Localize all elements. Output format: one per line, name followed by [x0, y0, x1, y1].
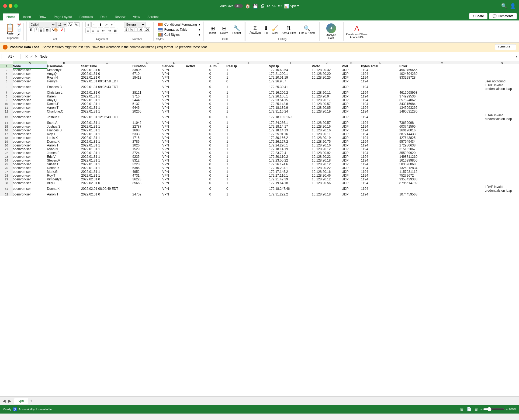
- row-number-16[interactable]: 16: [0, 128, 13, 132]
- cell-B29[interactable]: Kimberly.B: [47, 177, 81, 181]
- cell-M3[interactable]: 1024704230: [399, 72, 485, 76]
- cell-I1[interactable]: Vpn Ip: [269, 64, 312, 68]
- cell-G26[interactable]: 0: [209, 166, 226, 170]
- row-number-6[interactable]: 6: [0, 83, 13, 91]
- cell-A22[interactable]: openvpn-ser: [13, 151, 47, 155]
- cell-F20[interactable]: [186, 144, 209, 147]
- cell-M21[interactable]: 315162067: [399, 147, 485, 151]
- cell-N7[interactable]: [485, 91, 519, 94]
- profile-icon[interactable]: 👤: [510, 3, 516, 9]
- col-header-L[interactable]: L: [361, 61, 399, 64]
- cell-F6[interactable]: [186, 83, 209, 91]
- cell-E10[interactable]: VPN: [162, 102, 186, 106]
- cell-A18[interactable]: openvpn-ser: [13, 136, 47, 140]
- col-header-A[interactable]: A: [13, 61, 47, 64]
- cell-M6[interactable]: [399, 83, 485, 91]
- cell-A6[interactable]: openvpn-ser: [13, 83, 47, 91]
- cell-L31[interactable]: 1194: [361, 185, 399, 192]
- cell-D21[interactable]: 1529: [132, 147, 162, 151]
- cell-A11[interactable]: openvpn-ser: [13, 106, 47, 110]
- cell-M27[interactable]: 1157931112: [399, 170, 485, 174]
- row-number-14[interactable]: 14: [0, 121, 13, 125]
- cell-H22[interactable]: 1: [226, 151, 269, 155]
- row-number-9[interactable]: 9: [0, 98, 13, 102]
- function-icon[interactable]: fx: [35, 54, 37, 58]
- number-format-select[interactable]: General: [124, 22, 146, 27]
- cell-C8[interactable]: 2022.01.31 1: [81, 94, 132, 98]
- cell-A32[interactable]: openvpn-ser: [13, 192, 47, 196]
- cell-M24[interactable]: 1616999856: [399, 159, 485, 162]
- align-middle-button[interactable]: ↔: [91, 22, 97, 27]
- cell-B32[interactable]: Aaron.T: [47, 192, 81, 196]
- cell-C5[interactable]: 2022.01.31 09:01:58 EDT: [81, 79, 132, 83]
- cell-G32[interactable]: 0: [209, 192, 226, 196]
- add-sheet-button[interactable]: +: [29, 398, 33, 403]
- cell-J22[interactable]: 10.128.20.92: [312, 151, 342, 155]
- cell-M5[interactable]: [399, 79, 485, 83]
- cell-H10[interactable]: 1: [226, 102, 269, 106]
- cell-A26[interactable]: openvpn-ser: [13, 166, 47, 170]
- cell-L29[interactable]: 1194: [361, 177, 399, 181]
- cell-F32[interactable]: [186, 192, 209, 196]
- cell-C15[interactable]: 2022.01.31 1: [81, 125, 132, 128]
- cell-K15[interactable]: UDP: [342, 125, 361, 128]
- cell-I7[interactable]: 172.16.206.2: [269, 91, 312, 94]
- window-controls[interactable]: [3, 4, 18, 8]
- cell-N2[interactable]: [485, 68, 519, 72]
- cell-D24[interactable]: 8312: [132, 159, 162, 162]
- cell-H26[interactable]: 1: [226, 166, 269, 170]
- cell-A17[interactable]: openvpn-ser: [13, 132, 47, 136]
- close-button[interactable]: [3, 4, 7, 8]
- cell-K25[interactable]: UDP: [342, 162, 361, 166]
- cell-N25[interactable]: [485, 162, 519, 166]
- cell-A21[interactable]: openvpn-ser: [13, 147, 47, 151]
- cell-K28[interactable]: UDP: [342, 174, 361, 177]
- col-header-C[interactable]: C: [81, 61, 132, 64]
- cell-H29[interactable]: 1: [226, 177, 269, 181]
- cell-E4[interactable]: VPN: [162, 76, 186, 79]
- cell-H20[interactable]: 1: [226, 144, 269, 147]
- row-number-24[interactable]: 24: [0, 159, 13, 162]
- cell-I24[interactable]: 172.23.55.22: [269, 159, 312, 162]
- cell-M8[interactable]: 374929536: [399, 94, 485, 98]
- cell-D5[interactable]: [132, 79, 162, 83]
- cell-D20[interactable]: 1026: [132, 144, 162, 147]
- increase-font-button[interactable]: A↑: [68, 22, 73, 27]
- cell-M17[interactable]: 387714433: [399, 132, 485, 136]
- cell-H7[interactable]: 1: [226, 91, 269, 94]
- cell-I20[interactable]: 172.24.220.1: [269, 144, 312, 147]
- cell-I4[interactable]: 172.20.51.19: [269, 76, 312, 79]
- cell-A5[interactable]: openvpn-ser: [13, 79, 47, 83]
- cell-H2[interactable]: 1: [226, 68, 269, 72]
- cell-K6[interactable]: UDP: [342, 83, 361, 91]
- save-as-button[interactable]: Save As...: [495, 44, 516, 50]
- cell-D23[interactable]: 9235: [132, 155, 162, 159]
- cell-I10[interactable]: 172.25.143.8: [269, 102, 312, 106]
- cell-I21[interactable]: 172.18.14.19: [269, 147, 312, 151]
- cell-F29[interactable]: [186, 177, 209, 181]
- cell-M26[interactable]: 1326812834: [399, 166, 485, 170]
- cell-A19[interactable]: openvpn-ser: [13, 140, 47, 144]
- cell-K17[interactable]: UDP: [342, 132, 361, 136]
- cell-L30[interactable]: 1194: [361, 181, 399, 185]
- cell-B16[interactable]: Frances.B: [47, 128, 81, 132]
- fill-button[interactable]: ⬇ Fill: [263, 24, 269, 35]
- cell-E3[interactable]: VPN: [162, 72, 186, 76]
- cell-L5[interactable]: 1194: [361, 79, 399, 83]
- cell-M9[interactable]: 657524062: [399, 98, 485, 102]
- cell-C10[interactable]: 2022.01.31 1: [81, 102, 132, 106]
- redo-icon[interactable]: ↪: [272, 4, 276, 9]
- cell-D16[interactable]: 1698: [132, 128, 162, 132]
- cell-L23[interactable]: 1194: [361, 155, 399, 159]
- col-header-F[interactable]: F: [186, 61, 209, 64]
- cell-F4[interactable]: [186, 76, 209, 79]
- analyze-data-group[interactable]: ✦ AnalyzeData: [321, 22, 342, 41]
- row-number-18[interactable]: 18: [0, 136, 13, 140]
- cell-K23[interactable]: UDP: [342, 155, 361, 159]
- maximize-button[interactable]: [14, 4, 18, 8]
- cell-M12[interactable]: 1490531280: [399, 110, 485, 113]
- cell-L18[interactable]: 1194: [361, 136, 399, 140]
- cell-J7[interactable]: 10.128.20.11: [312, 91, 342, 94]
- cell-G4[interactable]: 0: [209, 76, 226, 79]
- share-button[interactable]: ↑ Share: [469, 13, 487, 19]
